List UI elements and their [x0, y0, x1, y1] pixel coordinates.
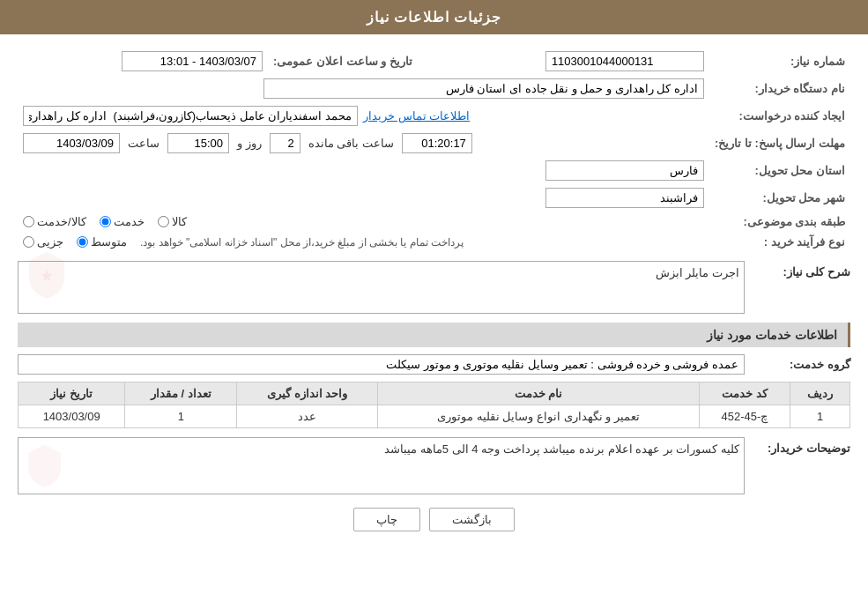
- shahr-label: شهر محل تحویل:: [709, 184, 850, 212]
- shomara-niaz-cell: [430, 48, 709, 75]
- tosif-content: کلیه کسورات بر عهده اعلام برنده میباشد پ…: [18, 437, 745, 494]
- row-noع: نوع فرآیند خرید : پرداخت تمام یا بخشی از…: [18, 232, 850, 252]
- page-container: جزئیات اطلاعات نیاز شماره نیاز: تاریخ و …: [0, 0, 868, 609]
- radio-motavaset-input[interactable]: [77, 236, 88, 248]
- radio-khedmat[interactable]: خدمت: [100, 215, 145, 228]
- services-section-header: اطلاعات خدمات مورد نیاز: [18, 323, 850, 347]
- ostan-input[interactable]: [545, 160, 704, 181]
- radio-jozi-input[interactable]: [23, 236, 34, 248]
- radio-kala-khedmat[interactable]: کالا/خدمت: [23, 215, 86, 228]
- radio-kala-khedmat-input[interactable]: [23, 216, 34, 227]
- button-row: بازگشت چاپ: [18, 508, 850, 531]
- nam-dastgah-cell: [18, 75, 709, 102]
- tosif-label: توضیحات خریدار:: [745, 437, 850, 455]
- tarikh-cell: [18, 48, 268, 75]
- shahr-cell: [18, 184, 709, 212]
- watermark-icon: ★: [20, 248, 73, 311]
- row-tabaqe: طبقه بندی موضوعی: کالا خدمت کالا/خدمت: [18, 212, 850, 232]
- shomara-niaz-input[interactable]: [545, 51, 704, 71]
- nam-dastgah-label: نام دستگاه خریدار:: [709, 75, 850, 102]
- ostan-label: استان محل تحویل:: [709, 157, 850, 184]
- row-mohlat: مهلت ارسال پاسخ: تا تاریخ: ساعت روز و سا…: [18, 130, 850, 157]
- nam-dastgah-input[interactable]: [263, 78, 704, 99]
- mohlat-label: مهلت ارسال پاسخ: تا تاریخ:: [709, 130, 850, 157]
- tarikh-label: تاریخ و ساعت اعلان عمومی:: [268, 48, 430, 75]
- radio-kala-khedmat-label: کالا/خدمت: [37, 215, 86, 228]
- noع-label: نوع فرآیند خرید :: [709, 232, 850, 252]
- cell-tedad: 1: [125, 405, 237, 428]
- services-table-header: ردیف کد خدمت نام خدمت واحد اندازه گیری ت…: [19, 382, 850, 405]
- grouh-row: گروه خدمت:: [18, 354, 850, 375]
- sharh-content: اجرت مایلر ابزش ★: [18, 261, 745, 314]
- radio-kala[interactable]: کالا: [158, 215, 187, 228]
- mohlat-baqi-label: ساعت باقی مانده: [305, 137, 397, 150]
- radio-kala-label: کالا: [172, 215, 187, 228]
- cell-vahed: عدد: [237, 405, 378, 428]
- radio-jozi[interactable]: جزیی: [23, 235, 63, 249]
- cell-kod: چ-45-452: [699, 405, 790, 428]
- noع-cell: پرداخت تمام یا بخشی از مبلغ خرید،از محل …: [18, 232, 709, 252]
- sharh-value: اجرت مایلر ابزش: [656, 266, 739, 279]
- row-ijad-konande: ایجاد کننده درخواست: اطلاعات تماس خریدار: [18, 102, 850, 130]
- page-header: جزئیات اطلاعات نیاز: [0, 0, 868, 34]
- grouh-label: گروه خدمت:: [745, 358, 850, 371]
- shomara-niaz-label: شماره نیاز:: [709, 48, 850, 75]
- radio-motavaset[interactable]: متوسط: [77, 235, 127, 249]
- sharh-row: شرح کلی نیاز: اجرت مایلر ابزش ★: [18, 261, 850, 314]
- tosif-row: توضیحات خریدار: کلیه کسورات بر عهده اعلا…: [18, 437, 850, 494]
- row-ostan: استان محل تحویل:: [18, 157, 850, 184]
- mohlat-saat-label: ساعت: [124, 137, 163, 150]
- table-row: 1 چ-45-452 تعمیر و نگهداری انواع وسایل ن…: [19, 405, 850, 428]
- mohlat-rooz-input[interactable]: [270, 133, 300, 153]
- row-shahr: شهر محل تحویل:: [18, 184, 850, 212]
- radio-khedmat-label: خدمت: [114, 215, 145, 228]
- col-kod: کد خدمت: [699, 382, 790, 405]
- sharh-label: شرح کلی نیاز:: [745, 261, 850, 279]
- page-title: جزئیات اطلاعات نیاز: [367, 10, 502, 25]
- ijad-konande-label: ایجاد کننده درخواست:: [709, 102, 850, 130]
- tabaqe-label: طبقه بندی موضوعی:: [709, 212, 850, 232]
- watermark-icon-2: [20, 441, 69, 492]
- mohlat-cell: ساعت روز و ساعت باقی مانده: [18, 130, 709, 157]
- services-table-body: 1 چ-45-452 تعمیر و نگهداری انواع وسایل ن…: [19, 405, 850, 428]
- main-content: شماره نیاز: تاریخ و ساعت اعلان عمومی: نا…: [0, 34, 868, 558]
- tabaqe-cell: کالا خدمت کالا/خدمت: [18, 212, 709, 232]
- services-table: ردیف کد خدمت نام خدمت واحد اندازه گیری ت…: [18, 382, 850, 428]
- ostan-cell: [18, 157, 709, 184]
- mohlat-date-input[interactable]: [23, 133, 120, 153]
- cell-tarikh: 1403/03/09: [19, 405, 125, 428]
- col-tarikh: تاریخ نیاز: [19, 382, 125, 405]
- svg-text:★: ★: [40, 267, 54, 285]
- col-vahed: واحد اندازه گیری: [237, 382, 378, 405]
- row-shomara-tarikh: شماره نیاز: تاریخ و ساعت اعلان عمومی:: [18, 48, 850, 75]
- ijad-konande-cell: اطلاعات تماس خریدار: [18, 102, 709, 130]
- tarikh-input[interactable]: [122, 51, 263, 71]
- back-button[interactable]: بازگشت: [429, 508, 515, 531]
- mohlat-baqi-input[interactable]: [402, 133, 472, 153]
- grouh-input[interactable]: [18, 354, 745, 375]
- col-radif: ردیف: [790, 382, 850, 405]
- mohlat-rooz-label: روز و: [234, 137, 265, 150]
- tosif-value: کلیه کسورات بر عهده اعلام برنده میباشد پ…: [384, 442, 739, 456]
- radio-kala-input[interactable]: [158, 216, 169, 227]
- col-tedad: تعداد / مقدار: [125, 382, 237, 405]
- radio-khedmat-input[interactable]: [100, 216, 111, 227]
- ijad-konande-input[interactable]: [23, 106, 358, 126]
- cell-radif: 1: [790, 405, 850, 428]
- noع-description: پرداخت تمام یا بخشی از مبلغ خرید،از محل …: [140, 236, 464, 249]
- info-table: شماره نیاز: تاریخ و ساعت اعلان عمومی: نا…: [18, 48, 850, 252]
- services-header-row: ردیف کد خدمت نام خدمت واحد اندازه گیری ت…: [19, 382, 850, 405]
- col-nam: نام خدمت: [378, 382, 700, 405]
- cell-nam: تعمیر و نگهداری انواع وسایل نقلیه موتوری: [378, 405, 700, 428]
- shahr-input[interactable]: [545, 188, 704, 208]
- ettelaat-tamas-link[interactable]: اطلاعات تماس خریدار: [363, 109, 470, 123]
- mohlat-saat-input[interactable]: [167, 133, 229, 153]
- radio-motavaset-label: متوسط: [91, 235, 127, 249]
- radio-jozi-label: جزیی: [37, 235, 63, 249]
- row-nam-dastgah: نام دستگاه خریدار:: [18, 75, 850, 102]
- print-button[interactable]: چاپ: [353, 508, 420, 531]
